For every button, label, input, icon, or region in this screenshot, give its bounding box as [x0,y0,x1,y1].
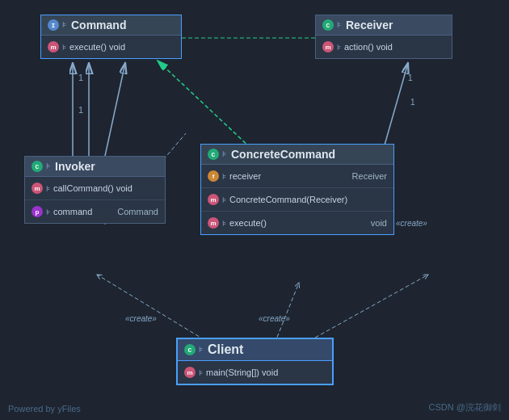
receiver-field-row: f ⊧ receiver Receiver [206,168,389,184]
receiver-methods: m ⊧ action() void [316,36,452,58]
cc-execute-return: void [371,218,387,228]
concrete-command-title: ConcreteCommand [231,148,335,161]
svg-line-7 [384,63,408,148]
concrete-command-constructor: m ⊧ ConcreteCommand(Receiver) [201,188,393,212]
execute-method-name: execute() void [69,42,175,52]
callcommand-method-icon: m [32,183,43,194]
diagram-container: 1 1 1 1 «create» «create» «create» I ⊧ C… [0,0,509,420]
action-method-icon: m [322,41,334,52]
client-title: Client [208,342,243,357]
invoker-class: C ⊧ Invoker m ⊧ callCommand() void p ⊧ c… [24,156,166,224]
action-method-name: action() void [344,42,445,52]
client-header: C ⊧ Client [178,339,332,361]
invoker-title: Invoker [55,160,95,173]
command-title: Command [71,19,126,32]
invoker-fields: p ⊧ command Command [25,200,165,223]
cc-execute-row: m ⊧ execute() void [206,215,389,231]
receiver-header: C ⊧ Receiver [316,15,452,36]
receiver-type-icon: C [322,19,334,31]
callcommand-method-name: callCommand() void [53,183,158,193]
invoker-header: C ⊧ Invoker [25,157,165,177]
command-methods: m ⊧ execute() void [41,36,181,58]
client-type-icon: C [184,344,196,355]
client-class: C ⊧ Client m ⊧ main(String[]) void [176,338,334,385]
invoker-type-icon: C [32,161,43,172]
receiver-field-icon: f [208,170,219,182]
svg-line-14 [315,275,428,338]
client-methods: m ⊧ main(String[]) void [178,361,332,384]
watermark: Powered by yFiles [8,404,81,414]
receiver-title: Receiver [346,19,393,32]
concrete-command-class: C ⊧ ConcreteCommand f ⊧ receiver Receive… [200,144,394,235]
constructor-row: m ⊧ ConcreteCommand(Receiver) [206,191,389,208]
client-main-row: m ⊧ main(String[]) void [183,364,327,380]
cc-execute-icon: m [208,217,219,229]
command-field-type: Command [117,207,158,216]
command-execute-row: m ⊧ execute() void [46,39,176,55]
svg-line-1 [158,61,250,148]
command-class: I ⊧ Command m ⊧ execute() void [40,15,182,59]
receiver-field-name: receiver [229,171,349,181]
main-method-icon: m [184,367,196,378]
concrete-command-header: C ⊧ ConcreteCommand [201,145,393,165]
svg-text:«create»: «create» [259,314,290,323]
constructor-name: ConcreteCommand(Receiver) [229,195,387,204]
constructor-icon: m [208,194,219,205]
csdn-credit: CSDN @浣花御剑 [429,401,501,414]
invoker-callcommand-row: m ⊧ callCommand() void [30,180,160,196]
svg-text:1: 1 [78,105,83,115]
command-field-name: command [53,207,114,216]
svg-line-12 [275,283,299,343]
receiver-field-type: Receiver [352,171,387,181]
invoker-command-field-row: p ⊧ command Command [30,204,160,220]
svg-text:«create»: «create» [396,219,427,228]
receiver-action-row: m ⊧ action() void [321,39,447,55]
receiver-class: C ⊧ Receiver m ⊧ action() void [315,15,452,59]
svg-text:1: 1 [410,98,415,107]
svg-text:1: 1 [408,74,413,82]
command-field-icon: p [32,206,43,217]
execute-method-icon: m [48,41,59,52]
svg-line-18 [105,63,125,156]
concrete-command-type-icon: C [208,149,219,160]
svg-line-10 [97,275,210,343]
concrete-command-execute: m ⊧ execute() void [201,212,393,234]
concrete-command-fields: f ⊧ receiver Receiver [201,165,393,188]
svg-text:«create»: «create» [125,314,157,323]
command-type-icon: I [48,19,59,31]
cc-execute-name: execute() [229,218,368,228]
command-header: I ⊧ Command [41,15,181,36]
svg-text:1: 1 [78,73,83,82]
invoker-methods: m ⊧ callCommand() void [25,177,165,200]
main-method-name: main(String[]) void [206,368,326,377]
